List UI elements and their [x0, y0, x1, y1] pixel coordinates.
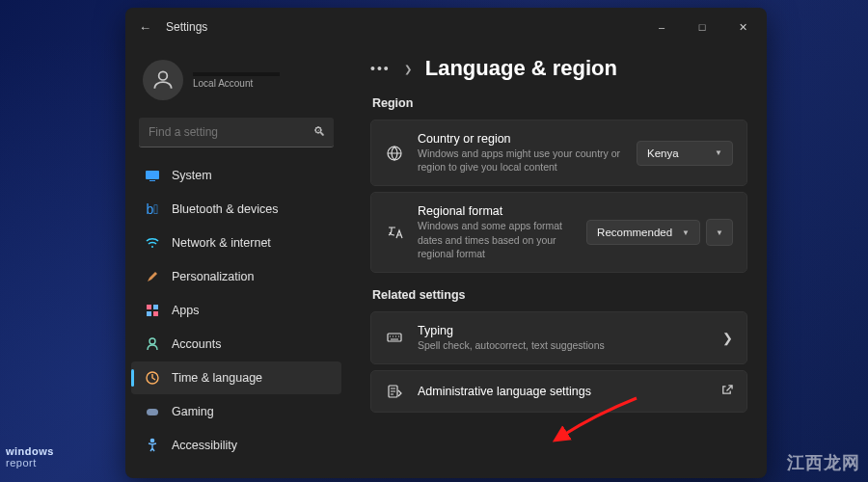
svg-rect-7: [153, 311, 158, 316]
sidebar-item-network[interactable]: Network & internet: [131, 227, 341, 259]
dropdown-value: Kenya: [647, 147, 679, 159]
titlebar: ← Settings – □ ✕: [125, 8, 767, 46]
search-icon[interactable]: 🔍︎: [313, 124, 326, 139]
svg-rect-1: [146, 171, 159, 179]
breadcrumb: ••• ❯ Language & region: [370, 56, 747, 81]
admin-language-icon: [385, 383, 404, 400]
profile-subtitle: Local Account: [193, 78, 280, 89]
sidebar-item-personalization[interactable]: Personalization: [131, 260, 341, 293]
profile-block[interactable]: Local Account: [131, 52, 341, 112]
wifi-icon: [145, 235, 160, 251]
nav-list: System b⃣ Bluetooth & devices Network & …: [131, 159, 341, 469]
sidebar: Local Account 🔍︎ System b⃣ Bluetooth & d…: [125, 46, 347, 478]
watermark-left: windows report: [6, 445, 54, 469]
card-subtitle: Windows and some apps format dates and t…: [418, 219, 573, 260]
sidebar-item-privacy[interactable]: Privacy & security: [131, 463, 341, 469]
sidebar-item-label: Gaming: [172, 405, 214, 418]
back-button[interactable]: ←: [139, 20, 166, 35]
section-heading-region: Region: [372, 96, 747, 110]
language-format-icon: [385, 224, 404, 241]
svg-point-11: [150, 439, 153, 442]
dropdown-value: Recommended: [597, 227, 672, 238]
breadcrumb-more-icon[interactable]: •••: [370, 61, 391, 76]
sidebar-item-accessibility[interactable]: Accessibility: [131, 429, 341, 462]
clock-language-icon: [145, 370, 160, 386]
sidebar-item-label: Accessibility: [172, 439, 237, 452]
sidebar-item-label: Accounts: [172, 337, 221, 351]
bluetooth-icon: b⃣: [145, 201, 160, 217]
card-title: Administrative language settings: [418, 385, 707, 398]
card-typing[interactable]: Typing Spell check, autocorrect, text su…: [370, 311, 747, 364]
card-country-region: Country or region Windows and apps might…: [370, 120, 747, 186]
svg-rect-2: [149, 180, 155, 181]
search-input[interactable]: [139, 118, 334, 147]
svg-rect-13: [388, 334, 401, 341]
svg-point-0: [159, 71, 168, 80]
chevron-down-icon: ▼: [716, 228, 723, 237]
sidebar-item-apps[interactable]: Apps: [131, 294, 341, 327]
sidebar-item-label: System: [172, 169, 212, 182]
content-area: Local Account 🔍︎ System b⃣ Bluetooth & d…: [125, 46, 767, 478]
chevron-down-icon: ▼: [715, 148, 722, 157]
country-dropdown[interactable]: Kenya ▼: [637, 141, 733, 166]
maximize-button[interactable]: □: [682, 8, 722, 46]
svg-rect-5: [153, 305, 158, 309]
chevron-right-icon: ❯: [404, 64, 412, 74]
page-title: Language & region: [425, 56, 617, 81]
chevron-down-icon: ▼: [682, 228, 690, 237]
card-subtitle: Spell check, autocorrect, text suggestio…: [418, 338, 709, 352]
section-heading-related: Related settings: [372, 288, 747, 302]
accessibility-icon: [145, 438, 160, 453]
sidebar-item-label: Network & internet: [172, 236, 271, 250]
sidebar-item-accounts[interactable]: Accounts: [131, 328, 341, 361]
sidebar-item-label: Bluetooth & devices: [172, 202, 279, 216]
svg-rect-10: [147, 409, 158, 415]
watermark-right: 江西龙网: [787, 451, 860, 474]
svg-rect-4: [147, 305, 151, 309]
card-title: Country or region: [418, 132, 623, 146]
sidebar-item-gaming[interactable]: Gaming: [131, 395, 341, 428]
chevron-right-icon: ❯: [722, 331, 733, 345]
svg-rect-6: [147, 311, 151, 316]
sidebar-item-bluetooth[interactable]: b⃣ Bluetooth & devices: [131, 193, 341, 226]
close-button[interactable]: ✕: [722, 8, 763, 46]
settings-window: ← Settings – □ ✕ Local Account 🔍︎: [125, 8, 767, 478]
display-icon: [145, 168, 160, 183]
regional-format-dropdown[interactable]: Recommended ▼: [586, 220, 700, 245]
sidebar-item-label: Time & language: [172, 371, 262, 385]
card-admin-language[interactable]: Administrative language settings: [370, 370, 747, 413]
svg-point-8: [149, 338, 155, 344]
sidebar-item-label: Apps: [172, 304, 200, 317]
main-panel: ••• ❯ Language & region Region Country o…: [347, 46, 767, 478]
person-icon: [150, 67, 176, 93]
expand-button[interactable]: ▼: [706, 219, 733, 246]
sidebar-item-system[interactable]: System: [131, 159, 341, 192]
card-regional-format: Regional format Windows and some apps fo…: [370, 192, 747, 273]
gaming-icon: [145, 404, 160, 419]
avatar: [143, 60, 183, 100]
apps-icon: [145, 303, 160, 318]
brush-icon: [145, 269, 160, 284]
keyboard-icon: [385, 329, 404, 346]
profile-name: [193, 72, 280, 76]
external-link-icon: [720, 384, 733, 399]
card-title: Typing: [418, 324, 709, 337]
profile-text: Local Account: [193, 72, 280, 89]
minimize-button[interactable]: –: [641, 8, 682, 46]
window-title: Settings: [166, 20, 207, 34]
sidebar-item-label: Personalization: [172, 270, 254, 283]
card-subtitle: Windows and apps might use your country …: [418, 147, 623, 174]
svg-point-3: [151, 246, 153, 248]
search-wrap: 🔍︎: [139, 118, 334, 147]
sidebar-item-time-language[interactable]: Time & language: [131, 362, 341, 394]
globe-icon: [385, 145, 404, 162]
card-title: Regional format: [418, 204, 573, 218]
accounts-icon: [145, 336, 160, 352]
